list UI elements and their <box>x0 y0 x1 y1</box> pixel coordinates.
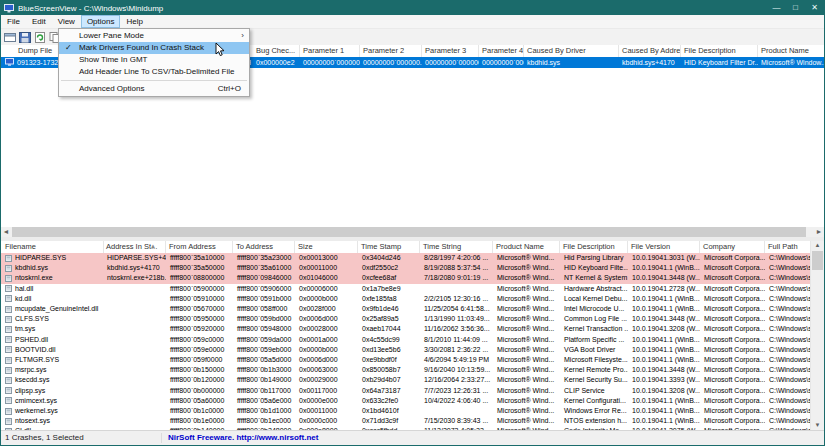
cell-product-name: Microsoft® Wind... <box>494 345 560 355</box>
col-product-name[interactable]: Product Name <box>494 241 560 253</box>
table-row[interactable]: ntoskrnl.exentoskrnl.exe+218b...fffff800… <box>1 273 811 283</box>
col-file-description[interactable]: File Description <box>681 45 758 57</box>
cell-parameter-1: 00000000`000000... <box>300 57 360 68</box>
col-to-address[interactable]: To Address <box>234 241 295 253</box>
window-icon[interactable] <box>4 32 16 43</box>
cell-bug-check-code: 0x000000e2 <box>253 57 300 68</box>
col-address-in-st[interactable]: Address In St...▲ <box>104 241 166 253</box>
cell-size: 0x0006d000 <box>296 314 358 324</box>
cell-file-description: CLIP Service <box>561 386 628 396</box>
cell-from-address: fffff800`0b120000 <box>167 375 233 385</box>
table-row[interactable]: werkernel.sysfffff800`0b1c0000fffff800`0… <box>1 406 811 416</box>
save-icon[interactable] <box>19 32 31 43</box>
table-row[interactable]: kbdhid.syskbdhid.sys+4170fffff800`35a500… <box>1 263 811 273</box>
menu-item-label: Advanced Options <box>79 84 144 93</box>
cell-company: Microsoft Corpora... <box>701 355 765 365</box>
cell-time-string: 7/18/2080 9:01:19 ... <box>421 273 493 283</box>
col-caused-by-address[interactable]: Caused By Address <box>619 45 681 57</box>
cell-file-version: 10.0.19041.3448 (W... <box>629 273 700 283</box>
cell-filename: werkernel.sys <box>3 406 104 416</box>
scroll-right-arrow-icon[interactable]: ► <box>814 227 824 237</box>
table-row[interactable]: kd.dllfffff800`05910000fffff800`0591b000… <box>1 294 811 304</box>
menu-item-add-header-line-to-csv-tab-delimited-file[interactable]: Add Header Line To CSV/Tab-Delimited Fil… <box>59 66 249 78</box>
cell-company: Microsoft Corpora... <box>701 345 765 355</box>
col-parameter-4[interactable]: Parameter 4 <box>479 45 524 57</box>
cell-time-string: 7/15/2030 8:39:43 ... <box>421 416 493 426</box>
horizontal-scrollbar-thumb[interactable] <box>12 227 806 237</box>
col-parameter-2[interactable]: Parameter 2 <box>360 45 422 57</box>
cell-file-version: 10.0.19041.1 (WinB... <box>629 416 700 426</box>
col-full-path[interactable]: Full Path <box>766 241 812 253</box>
table-row[interactable]: clipsp.sysfffff800`0b000000fffff800`0b11… <box>1 386 811 396</box>
vertical-scrollbar-thumb[interactable] <box>812 251 823 270</box>
col-caused-by-driver[interactable]: Caused By Driver <box>524 45 619 57</box>
cell-file-version: 10.0.19041.3448 (W... <box>629 365 700 375</box>
scroll-up-arrow-icon[interactable]: ▲ <box>811 241 824 250</box>
cell-time-stamp: 0x3404d246 <box>359 253 420 263</box>
cell-product-name: Microsoft® Wind... <box>494 253 560 263</box>
scroll-down-arrow-icon[interactable]: ▼ <box>811 421 824 430</box>
cell-address-in-stack <box>104 335 166 345</box>
col-company[interactable]: Company <box>701 241 765 253</box>
nirsoft-link[interactable]: NirSoft Freeware. http://www.nirsoft.net <box>168 431 318 445</box>
col-size[interactable]: Size <box>296 241 358 253</box>
col-product-name[interactable]: Product Name <box>758 45 825 57</box>
cell-product-name: Microsoft® Wind... <box>494 386 560 396</box>
table-row[interactable]: FLTMGR.SYSfffff800`059f0000fffff800`05a5… <box>1 355 811 365</box>
scroll-left-arrow-icon[interactable]: ◄ <box>1 227 11 237</box>
cell-time-string: 9/16/2040 10:13:59... <box>421 365 493 375</box>
vertical-scrollbar[interactable]: ▲ ▼ <box>810 241 824 430</box>
cell-address-in-stack <box>104 355 166 365</box>
col-file-description[interactable]: File Description <box>561 241 628 253</box>
menu-help[interactable]: Help <box>120 15 148 28</box>
col-time-stamp[interactable]: Time Stamp <box>359 241 420 253</box>
table-row[interactable]: hal.dllfffff800`05900000fffff800`0590600… <box>1 284 811 294</box>
table-row[interactable]: ksecdd.sysfffff800`0b120000fffff800`0b14… <box>1 375 811 385</box>
minimize-button[interactable]: — <box>767 1 786 15</box>
cell-filename: clipsp.sys <box>3 386 104 396</box>
col-parameter-3[interactable]: Parameter 3 <box>422 45 479 57</box>
table-row[interactable]: PSHED.dllfffff800`059c0000fffff800`059da… <box>1 335 811 345</box>
col-parameter-1[interactable]: Parameter 1 <box>300 45 360 57</box>
table-row[interactable]: tm.sysfffff800`05920000fffff800`05948000… <box>1 324 811 334</box>
table-row[interactable]: ntosext.sysfffff800`0b1e0000fffff800`0b1… <box>1 416 811 426</box>
cell-address-in-stack <box>104 375 166 385</box>
close-button[interactable]: ✕ <box>805 1 824 15</box>
cell-filename: HIDPARSE.SYS <box>3 253 104 263</box>
cell-company: Microsoft Corpora... <box>701 253 765 263</box>
cell-file-description: Platform Specific ... <box>561 335 628 345</box>
cell-company: Microsoft Corpora... <box>701 263 765 273</box>
col-filename[interactable]: Filename <box>3 241 104 253</box>
cell-product-name: Microsoft® Wind... <box>494 406 560 416</box>
menu-view[interactable]: View <box>52 15 81 28</box>
col-time-string[interactable]: Time String <box>421 241 493 253</box>
col-from-address[interactable]: From Address <box>167 241 233 253</box>
horizontal-scrollbar[interactable]: ◄ ► <box>1 227 824 237</box>
table-row[interactable]: mcupdate_GenuineIntel.dllfffff800`056700… <box>1 304 811 314</box>
menu-item-lower-pane-mode[interactable]: Lower Pane Mode› <box>59 30 249 42</box>
cell-to-address: fffff800`09846000 <box>234 273 295 283</box>
cell-file-description: HID Keyboard Filte... <box>561 263 628 273</box>
cell-to-address: fffff800`0b1b3000 <box>234 365 295 375</box>
maximize-button[interactable]: □ <box>786 1 805 15</box>
status-bar: 1 Crashes, 1 Selected NirSoft Freeware. … <box>1 430 824 445</box>
col-file-version[interactable]: File Version <box>629 241 700 253</box>
cell-full-path: C:\Windows\syste... <box>766 324 811 334</box>
table-row[interactable]: BOOTVID.dllfffff800`059e0000fffff800`059… <box>1 345 811 355</box>
menu-bar: FileEditViewOptionsHelp <box>1 15 824 29</box>
cell-filename: kbdhid.sys <box>3 263 104 273</box>
table-row[interactable]: cmimcext.sysfffff800`05a60000fffff800`05… <box>1 396 811 406</box>
cell-to-address: fffff800`05a5d000 <box>234 355 295 365</box>
cell-to-address: fffff800`35a23000 <box>234 253 295 263</box>
table-row[interactable]: CLFS.SYSfffff800`05950000fffff800`059bd0… <box>1 314 811 324</box>
menu-edit[interactable]: Edit <box>26 15 52 28</box>
table-row[interactable]: msrpc.sysfffff800`0b150000fffff800`0b1b3… <box>1 365 811 375</box>
col-bug-chec[interactable]: Bug Chec... <box>253 45 300 57</box>
cell-size: 0x0000c000 <box>296 416 358 426</box>
menu-options[interactable]: Options <box>81 15 121 28</box>
table-row[interactable]: HIDPARSE.SYSHIDPARSE.SYS+4cadfffff800`35… <box>1 253 811 263</box>
cell-file-version: 10.0.19041.1 (WinB... <box>629 304 700 314</box>
menu-item-advanced-options[interactable]: Advanced OptionsCtrl+O <box>59 83 249 95</box>
menu-file[interactable]: File <box>1 15 26 28</box>
refresh-icon[interactable] <box>34 32 46 43</box>
